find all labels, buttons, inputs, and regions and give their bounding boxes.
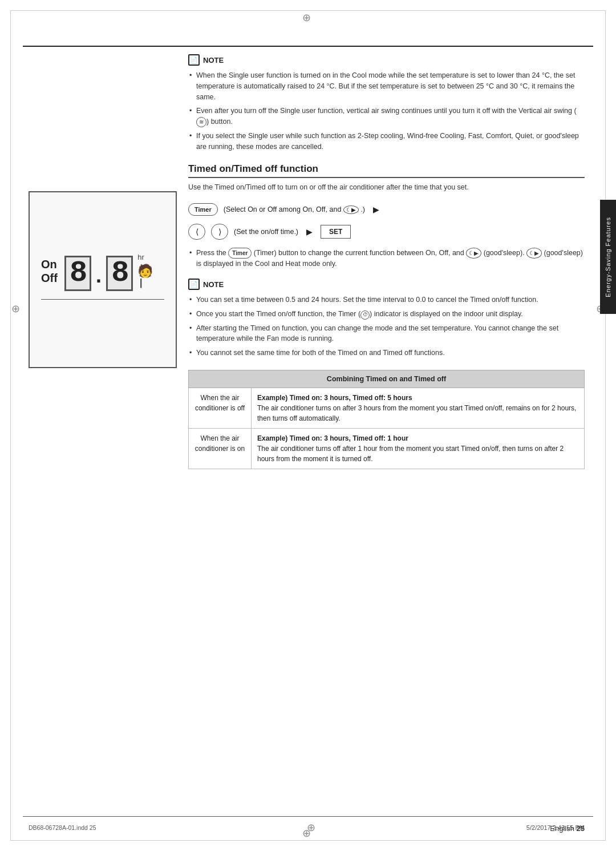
table-row-2-detail: Example) Timed on: 3 hours, Timed off: 1… [252,428,585,469]
arrow-right-2: ▶ [306,227,313,236]
note1-list: When the Single user function is turned … [188,70,585,152]
lcd-digits: 8 . 8 [64,256,133,291]
side-tab-label: Energy-Saving Features [605,217,611,297]
table-row-1-detail: Example) Timed on: 3 hours, Timed off: 5… [252,388,585,428]
lcd-divider [41,299,164,300]
table-row-1: When the air conditioner is off Example)… [189,388,585,428]
set-btn-label: SET [329,228,342,236]
table-header: Combining Timed on and Timed off [189,370,585,388]
footer-reg-mark: ⊕ [307,821,315,834]
table-row-1-title: Example) Timed on: 3 hours, Timed off: 5… [257,394,412,402]
lcd-digit1: 8 [64,256,91,291]
combine-table: Combining Timed on and Timed off When th… [188,370,585,469]
set-button[interactable]: SET [321,225,351,239]
lcd-signal-icon: ┃ [139,279,153,288]
note2-list: You can set a time between 0.5 and 24 ho… [188,295,585,358]
note1-icon: 📄 [188,54,200,66]
note1-item-1: When the Single user function is turned … [188,70,585,102]
set-instruction-text: (Set the on/off time.) [234,228,298,236]
lcd-person-icon: 🧑 [137,264,153,279]
page-number: English 25 [550,824,585,833]
left-arrow-button[interactable]: ⟨ [188,224,205,240]
note2-item-4: You cannot set the same time for both of… [188,348,585,358]
note2-label: NOTE [203,280,224,289]
table-row-1-desc: The air conditioner turns on after 3 hou… [257,404,576,422]
page-num: 25 [577,824,585,833]
table-row-2-desc: The air conditioner turns off after 1 ho… [257,445,564,463]
note2-header: 📄 NOTE [188,279,585,290]
clock-icon-inline: ⏱ [360,310,370,320]
goodsleep-icon-2: ☾▶ [466,248,481,259]
table-row-2-title: Example) Timed on: 3 hours, Timed off: 1… [257,434,408,442]
note2-section: 📄 NOTE You can set a time between 0.5 an… [188,279,585,358]
note1-section: 📄 NOTE When the Single user function is … [188,54,585,152]
note1-item-2: Even after you turn off the Single user … [188,106,585,127]
timer-row-2: ⟨ ⟩ (Set the on/off time.) ▶ SET [188,224,585,240]
timer-bullet-1: Press the Timer (Timer) button to change… [188,248,585,269]
note2-icon: 📄 [188,279,200,290]
timer-instructions: Timer (Select On or Off among On, Off, a… [188,203,585,240]
note1-header: 📄 NOTE [188,54,585,66]
goodsleep-icon-3: ☾▶ [526,248,542,259]
lcd-dot: . [96,264,102,288]
lcd-off-label: Off [41,271,58,285]
timer-bullet-list: Press the Timer (Timer) button to change… [188,248,585,269]
right-arrow-button[interactable]: ⟩ [211,224,228,240]
main-content: 📄 NOTE When the Single user function is … [29,54,585,814]
reg-mark-top: ⊕ [302,11,311,24]
table-row-2: When the air conditioner is on Example) … [189,428,585,469]
section-title: Timed on/Timed off function [188,163,585,178]
table-row-2-condition: When the air conditioner is on [189,428,252,469]
table-row-1-condition: When the air conditioner is off [189,388,252,428]
lcd-hr-label: hr [137,253,153,261]
english-label: English [550,824,576,833]
inline-timer-icon: Timer [228,248,252,259]
footer-left: DB68-06728A-01.indd 25 [29,824,96,831]
timer-btn-label: Timer [194,206,212,213]
arrow-right-1: ▶ [373,205,379,214]
reg-mark-left: ⊕ [11,303,20,315]
lcd-digit2: 8 [106,256,133,291]
note2-item-3: After starting the Timed on function, yo… [188,323,585,345]
section-desc: Use the Timed on/Timed off to turn on or… [188,182,585,193]
bottom-rule [23,816,593,817]
goodsleep-icon-1: ☾▶ [343,205,359,214]
timer-instruction-text: (Select On or Off among On, Off, and ☾▶ … [224,205,365,214]
timer-row-1: Timer (Select On or Off among On, Off, a… [188,203,585,216]
lcd-on-label: On [41,257,58,271]
footer: DB68-06728A-01.indd 25 ⊕ 5/2/2017 2:43:5… [29,821,585,834]
side-tab: Energy-Saving Features [600,200,616,314]
note1-label: NOTE [203,56,224,64]
lcd-display: On Off 8 . 8 hr 🧑 ┃ [29,191,177,368]
note1-item-3: If you select the Single user while such… [188,131,585,152]
note2-item-2: Once you start the Timed on/off function… [188,309,585,320]
note2-item-1: You can set a time between 0.5 and 24 ho… [188,295,585,305]
top-rule [23,46,593,47]
timer-button-display[interactable]: Timer [188,203,218,216]
